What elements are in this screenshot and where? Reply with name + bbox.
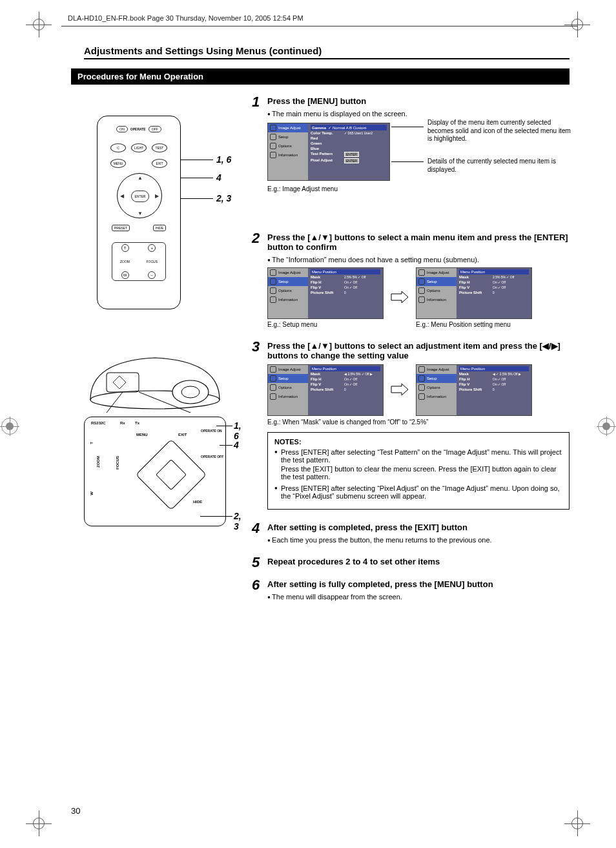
menu-row-key: Mask (459, 372, 490, 376)
callout-label: 4 (234, 440, 239, 450)
menu-row-val: On ✓ Off (344, 382, 357, 386)
remote-operate-label: OPERATE (130, 127, 146, 131)
projector-illustration (84, 342, 226, 413)
step-title: Repeat procedures 2 to 4 to set other it… (267, 557, 570, 566)
menu-row-key: Pixel Adjust (311, 158, 342, 163)
menu-side-item: Image Adjust (427, 271, 449, 274)
remote-preset-button: PRESET (112, 225, 130, 231)
menu-side-item: Image Adjust (427, 367, 449, 371)
menu-row-key: Color Temp. (311, 131, 342, 135)
menu-row-key: Blue (311, 147, 342, 150)
menu-row-key: Flip H (311, 280, 342, 284)
step-bullet: Each time you press the button, the menu… (267, 536, 570, 544)
step-number: 1 (252, 94, 260, 110)
menu-side-item: Image Adjust (278, 126, 301, 130)
page-header-meta: DLA-HD10_EN-FR.book Page 30 Thursday, No… (68, 14, 303, 22)
remote-c-button: C (110, 143, 126, 152)
section-bar: Procedures for Menu Operation (71, 68, 570, 85)
menu-side-item: Setup (427, 280, 437, 284)
crop-mark (26, 811, 52, 836)
annotation-line (391, 127, 424, 127)
menu-row-key: Picture Shift (311, 291, 342, 295)
menu-header: Menu Position (311, 366, 380, 371)
menu-side-item: Options (427, 386, 440, 389)
callout-line (216, 426, 232, 426)
menu-row-val: ✓ D65 User1 User2 (344, 131, 373, 135)
remote-zoom-t: T (121, 244, 129, 252)
step-title: Press the [MENU] button (267, 96, 570, 106)
callout-line (181, 160, 213, 160)
panel-w-label: W (90, 491, 94, 495)
panel-focus-label: FOCUS (116, 456, 119, 470)
menu-row-val: On ✓ Off (493, 377, 506, 381)
remote-on-button: ON (116, 126, 128, 132)
menu-side-item: Options (278, 386, 292, 389)
step-title: Press the [▲/▼] buttons to select an adj… (267, 341, 570, 360)
menu-row-key: Flip H (459, 280, 490, 284)
menu-screenshot: Image Adjust Setup Options Information M… (267, 267, 384, 319)
menu-row-key: Flip V (459, 382, 490, 386)
step-6: 6 After setting is fully completed, pres… (252, 579, 570, 601)
panel-operate-on-label: OPERATE ON (201, 429, 224, 433)
arrow-left-icon: ◀ (120, 193, 124, 199)
menu-row-val: 0 (493, 388, 495, 391)
step-1: 1 Press the [MENU] button The main menu … (252, 96, 570, 220)
menu-row-key: Picture Shift (459, 291, 490, 295)
menu-row-val: On ✓ Off (344, 377, 357, 381)
svg-line-4 (107, 392, 123, 413)
step-bullet: The main menu is displayed on the screen… (267, 110, 570, 118)
menu-header: Menu Position (459, 269, 529, 274)
svg-point-1 (172, 380, 209, 404)
menu-row-val: ENTER (344, 158, 359, 163)
menu-row-key: Mask (311, 275, 342, 279)
notes-box: NOTES: Press [ENTER] after selecting “Te… (267, 432, 570, 510)
arrow-right-icon (390, 290, 409, 305)
remote-hide-button: HIDE (153, 225, 166, 231)
menu-header: Menu Position (311, 269, 380, 274)
page-number: 30 (71, 806, 80, 816)
arrow-down-icon: ▼ (138, 211, 143, 216)
menu-row-key: Flip V (311, 382, 342, 386)
menu-row-key: Mask (311, 372, 342, 376)
step-bullet: The “Information” menu does not have a s… (267, 256, 570, 264)
notes-item: Press [ENTER] after selecting “Test Patt… (274, 448, 562, 481)
remote-focus-plus: + (148, 244, 156, 252)
menu-side-item: Options (278, 289, 292, 293)
annotation-line (391, 161, 424, 162)
remote-exit-button: EXIT (152, 159, 167, 168)
remote-dpad: ENTER ▲ ▼ ◀ ▶ (117, 173, 162, 218)
callout-label: 1, 6 (234, 420, 241, 441)
header-rule (61, 26, 577, 26)
menu-row-val: ◀ ✓ 2.5% 5% Off ▶ (493, 372, 521, 376)
menu-row-key: Picture Shift (459, 388, 490, 391)
menu-side-item: Options (427, 289, 440, 293)
menu-side-item: Setup (278, 280, 289, 284)
registration-mark (597, 417, 616, 436)
callout-line (181, 198, 213, 199)
callout-label: 4 (216, 172, 221, 183)
screenshot-caption: E.g.: Image Adjust menu (267, 185, 338, 192)
menu-row-key: Green (311, 141, 342, 145)
panel-rs232c-label: RS232C (91, 421, 106, 425)
callout-label: 1, 6 (216, 154, 231, 165)
menu-row-key: Picture Shift (311, 388, 342, 391)
menu-side-item: Information (278, 395, 298, 398)
menu-screenshot: Image Adjust Setup Options Information G… (267, 123, 390, 181)
menu-row-val: 0 (344, 291, 346, 295)
step-4: 4 After setting is completed, press the … (252, 522, 570, 544)
menu-row-val: ◀ 2.5% 5% ✓ Off ▶ (344, 372, 373, 376)
menu-row-val: ENTER (344, 152, 359, 157)
svg-rect-3 (107, 373, 139, 392)
panel-t-label: T (90, 442, 94, 444)
menu-header: Menu Position (459, 366, 529, 371)
callout-line (200, 516, 232, 517)
menu-header: Gamma (312, 126, 326, 130)
menu-row-val: 2.5% 5% ✓ Off (493, 275, 514, 279)
menu-row-key: Flip H (459, 377, 490, 381)
menu-side-item: Information (427, 298, 446, 302)
step-title: After setting is fully completed, press … (267, 579, 570, 589)
section-title: Adjustments and Settings Using Menus (co… (84, 45, 570, 59)
remote-menu-button: MENU (110, 159, 126, 168)
annotation-text: Display of the menu item currently selec… (427, 119, 576, 143)
step-number: 4 (252, 520, 260, 537)
